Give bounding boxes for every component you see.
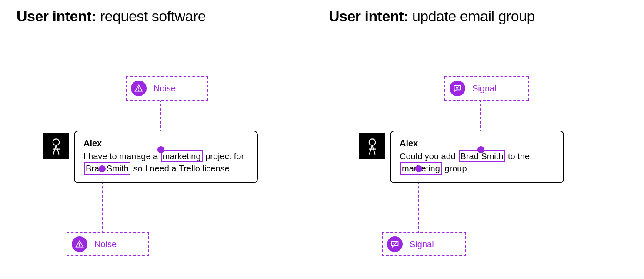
user-icon <box>49 138 63 155</box>
heading-right-bold: User intent: <box>329 8 408 24</box>
tag-noise-bottom: Noise <box>67 232 149 256</box>
tag-noise-bottom-label: Noise <box>94 239 117 249</box>
svg-point-5 <box>369 139 376 145</box>
heading-right: User intent: update email group <box>329 8 535 25</box>
tag-noise-top-label: Noise <box>153 84 176 94</box>
msg-right-post: group <box>442 164 467 173</box>
avatar-left <box>43 133 69 159</box>
chat-bubble-right: Alex Could you add Brad Smith to the mar… <box>390 131 564 183</box>
tag-signal-bottom: Signal <box>382 232 466 256</box>
svg-point-2 <box>53 139 60 145</box>
msg-left-mid: project for <box>203 151 244 161</box>
tag-signal-top: Signal <box>444 76 529 101</box>
highlight-marketing-left: marketing <box>161 150 203 162</box>
svg-point-4 <box>80 246 80 246</box>
message-left: I have to manage a marketing project for… <box>83 151 244 173</box>
alert-icon <box>72 236 87 252</box>
heading-left: User intent: request software <box>17 8 206 25</box>
user-icon <box>365 138 379 155</box>
alert-icon <box>131 81 147 96</box>
chat-check-icon <box>450 81 465 96</box>
tag-signal-bottom-label: Signal <box>410 239 434 249</box>
tag-noise-top: Noise <box>126 76 208 101</box>
connector-dot-top-right <box>477 146 484 153</box>
chat-bubble-left: Alex I have to manage a marketing projec… <box>74 131 258 183</box>
msg-right-mid: to the <box>505 151 530 161</box>
speaker-name-left: Alex <box>83 138 248 149</box>
msg-left-post: so I need a Trello license <box>131 164 230 173</box>
connector-dot-bottom-left <box>99 165 106 172</box>
speaker-name-right: Alex <box>400 138 554 149</box>
connector-dot-bottom-right <box>415 165 422 172</box>
svg-point-1 <box>139 90 139 91</box>
connector-dot-top-left <box>157 146 164 153</box>
heading-left-light: request software <box>100 8 206 24</box>
chat-check-icon <box>387 236 403 252</box>
tag-signal-top-label: Signal <box>472 84 497 94</box>
highlight-bradsmith-left: Brad Smith <box>84 162 130 175</box>
msg-right-pre: Could you add <box>400 151 458 161</box>
heading-left-bold: User intent: <box>17 8 96 24</box>
msg-left-pre: I have to manage a <box>83 151 160 161</box>
heading-right-light: update email group <box>412 8 535 24</box>
avatar-right <box>359 133 385 159</box>
